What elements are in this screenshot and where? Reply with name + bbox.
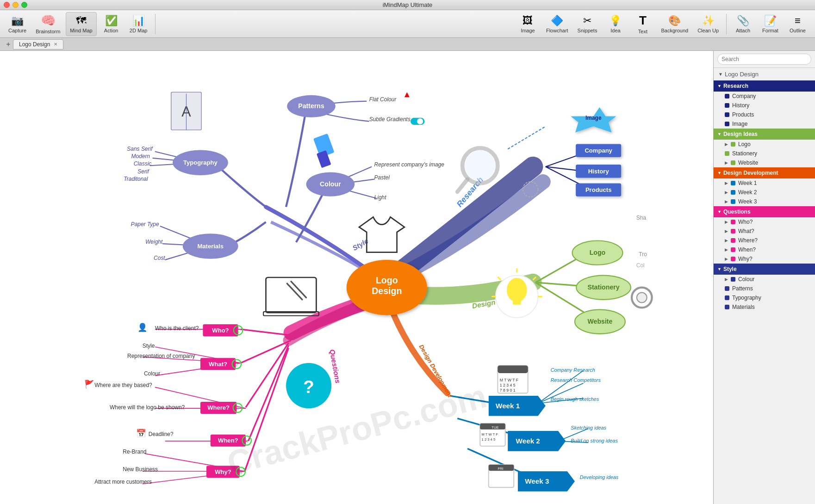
sidebar-item-stationery[interactable]: Stationery <box>714 149 815 158</box>
tab-close-button[interactable]: ✕ <box>54 42 57 47</box>
toolbar-idea[interactable]: 💡 Idea <box>603 12 628 36</box>
item-dot <box>731 142 735 147</box>
sidebar-item-typography[interactable]: Typography <box>714 293 815 302</box>
sidebar-section-questions[interactable]: ▼ Questions <box>714 206 815 217</box>
item-dot <box>725 151 729 156</box>
close-button[interactable] <box>4 2 10 8</box>
svg-text:Col: Col <box>636 262 645 269</box>
toolbar-text[interactable]: T Text <box>630 12 655 36</box>
tab-logo-design[interactable]: Logo Design ✕ <box>13 39 63 49</box>
sidebar-item-logo[interactable]: ▶ Logo <box>714 140 815 149</box>
item-dot <box>725 286 729 291</box>
expand-arrow: ▶ <box>725 160 728 165</box>
svg-text:Begin rough sketches: Begin rough sketches <box>551 396 599 402</box>
expand-arrow: ▶ <box>725 142 728 147</box>
svg-text:Where?: Where? <box>207 404 230 411</box>
sidebar-item-why[interactable]: ▶ Why? <box>714 254 815 264</box>
mindmap-svg: Logo Design Style Research Design Ideas … <box>0 51 713 504</box>
sidebar-section-design-development[interactable]: ▼ Design Development <box>714 167 815 178</box>
toolbar-flowchart[interactable]: 🔷 Flowchart <box>542 12 572 36</box>
canvas[interactable]: Logo Design Style Research Design Ideas … <box>0 51 713 504</box>
add-tab-button[interactable]: + <box>4 40 13 49</box>
image-icon: 🖼 <box>523 15 533 27</box>
item-label: Website <box>738 160 758 166</box>
svg-text:Build on strong ideas: Build on strong ideas <box>571 438 618 443</box>
sidebar-section-style[interactable]: ▼ Style <box>714 264 815 275</box>
svg-text:Represent company's image: Represent company's image <box>374 161 445 168</box>
toolbar-image[interactable]: 🖼 Image <box>515 12 541 36</box>
toolbar-cleanup[interactable]: ✨ Clean Up <box>694 12 722 36</box>
item-label: History <box>732 102 749 109</box>
svg-text:Design: Design <box>372 286 402 296</box>
brainstorm-icon: 🧠 <box>41 13 56 28</box>
item-dot <box>725 305 729 309</box>
item-label: Where? <box>738 237 758 244</box>
image-label: Image <box>521 28 535 33</box>
window-controls[interactable] <box>4 2 27 8</box>
expand-arrow: ▶ <box>725 238 728 243</box>
sidebar-item-who[interactable]: ▶ Who? <box>714 217 815 227</box>
minimize-button[interactable] <box>12 2 19 8</box>
toolbar-action[interactable]: ✅ Action <box>99 12 124 36</box>
svg-text:📅: 📅 <box>136 428 146 438</box>
sidebar-item-where[interactable]: ▶ Where? <box>714 236 815 245</box>
sidebar-item-website[interactable]: ▶ Website <box>714 158 815 167</box>
item-label: Image <box>732 121 747 127</box>
toolbar-format[interactable]: 📝 Format <box>758 12 783 36</box>
svg-text:Week 3: Week 3 <box>525 477 549 485</box>
toolbar-capture[interactable]: 📷 Capture <box>5 12 30 36</box>
section-label: Style <box>723 266 737 272</box>
sidebar-item-week1[interactable]: ▶ Week 1 <box>714 178 815 188</box>
sidebar-item-when[interactable]: ▶ When? <box>714 245 815 254</box>
collapse-icon: ▼ <box>717 84 722 88</box>
sidebar-item-patterns[interactable]: Patterns <box>714 284 815 293</box>
toolbar-outline[interactable]: ≡ Outline <box>785 12 810 36</box>
svg-text:Developing ideas: Developing ideas <box>580 474 619 480</box>
item-label: Materials <box>732 304 755 310</box>
sidebar-section-design-ideas[interactable]: ▼ Design Ideas <box>714 129 815 140</box>
snippets-icon: ✂ <box>583 15 591 27</box>
svg-text:7 8 9 0 1: 7 8 9 0 1 <box>500 388 516 393</box>
item-label: Week 3 <box>738 198 757 205</box>
sidebar-item-colour[interactable]: ▶ Colour <box>714 275 815 284</box>
search-input[interactable] <box>717 54 811 65</box>
item-label: Products <box>732 111 754 118</box>
item-dot <box>731 247 735 252</box>
item-dot <box>731 190 735 195</box>
svg-rect-95 <box>513 301 521 305</box>
svg-text:Subtle Gradients: Subtle Gradients <box>369 116 411 123</box>
toolbar-attach[interactable]: 📎 Attach <box>730 12 756 36</box>
capture-icon: 📷 <box>11 15 24 27</box>
svg-point-94 <box>507 278 527 302</box>
sidebar-item-week2[interactable]: ▶ Week 2 <box>714 188 815 197</box>
svg-text:1: 1 <box>237 328 239 333</box>
svg-text:Logo: Logo <box>376 275 398 285</box>
tabbar: + Logo Design ✕ <box>0 38 815 51</box>
collapse-icon: ▼ <box>717 267 722 271</box>
sidebar-item-history[interactable]: History <box>714 101 815 110</box>
svg-rect-101 <box>266 277 317 313</box>
toolbar-mindmap[interactable]: 🗺 Mind Map <box>66 12 96 36</box>
svg-text:Where are they based?: Where are they based? <box>94 382 152 388</box>
sidebar-item-week3[interactable]: ▶ Week 3 <box>714 197 815 206</box>
collapse-icon: ▼ <box>717 132 722 136</box>
toolbar-snippets[interactable]: ✂ Snippets <box>574 12 601 36</box>
svg-text:2: 2 <box>236 362 238 367</box>
sidebar-item-what[interactable]: ▶ What? <box>714 227 815 236</box>
sidebar-item-products[interactable]: Products <box>714 110 815 119</box>
sidebar-item-image[interactable]: Image <box>714 119 815 129</box>
svg-text:Attract more customers: Attract more customers <box>94 479 152 485</box>
toolbar-background[interactable]: 🎨 Background <box>657 12 692 36</box>
toolbar-brainstorm[interactable]: 🧠 Brainstorm <box>32 12 64 36</box>
svg-text:Patterns: Patterns <box>298 102 324 110</box>
svg-text:Cost: Cost <box>154 255 165 261</box>
sidebar-item-company[interactable]: Company <box>714 92 815 101</box>
svg-text:When?: When? <box>218 437 238 444</box>
toolbar-2dmap[interactable]: 📊 2D Map <box>126 12 151 36</box>
sidebar-section-research[interactable]: ▼ Research <box>714 80 815 92</box>
item-label: Why? <box>738 256 753 262</box>
maximize-button[interactable] <box>21 2 27 8</box>
sidebar-item-materials[interactable]: Materials <box>714 302 815 312</box>
item-label: Logo <box>738 141 751 148</box>
svg-text:M T W T F: M T W T F <box>500 378 518 382</box>
